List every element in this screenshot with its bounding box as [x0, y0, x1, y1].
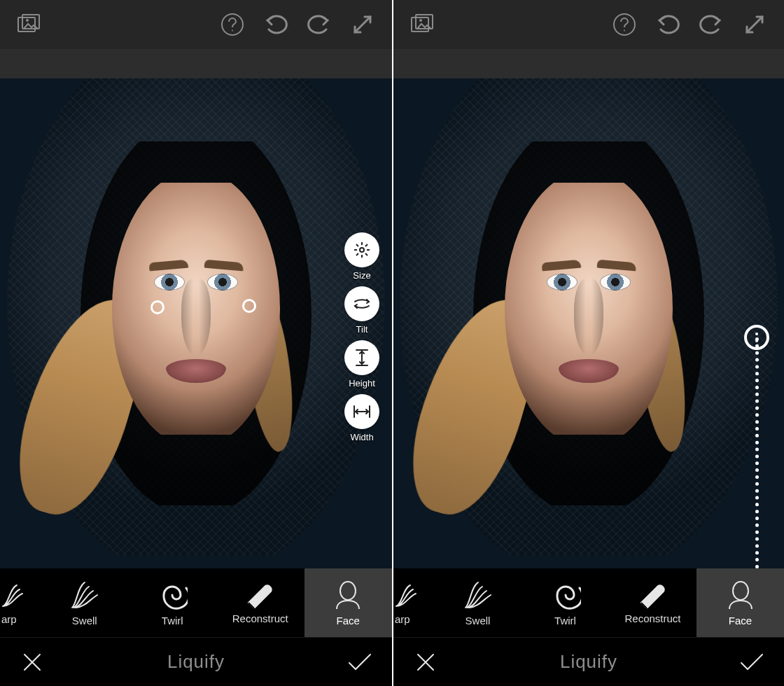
fullscreen-button[interactable] — [739, 9, 770, 40]
undo-button[interactable] — [652, 9, 683, 40]
redo-button[interactable] — [304, 9, 335, 40]
portrait-image — [393, 78, 784, 568]
face-tool-label: Height — [349, 378, 375, 388]
undo-button[interactable] — [260, 9, 291, 40]
tool-label: arp — [1, 613, 17, 625]
width-icon — [344, 394, 379, 429]
gallery-button[interactable] — [407, 9, 438, 40]
tool-face[interactable]: Face — [304, 568, 393, 637]
tool-label: Twirl — [554, 615, 576, 626]
face-tool-height[interactable]: Height — [344, 340, 379, 388]
face-tool-size[interactable]: Size — [344, 232, 379, 281]
portrait-image — [0, 78, 392, 568]
svg-point-16 — [614, 14, 635, 35]
accept-button[interactable] — [736, 647, 767, 678]
tool-label: Swell — [465, 615, 491, 626]
tool-warp[interactable]: arp — [0, 568, 41, 637]
svg-point-2 — [26, 19, 29, 22]
svg-point-4 — [232, 30, 233, 31]
tool-swell[interactable]: Swell — [41, 568, 129, 637]
cancel-button[interactable] — [17, 647, 48, 678]
tool-label: Reconstruct — [232, 612, 288, 624]
svg-point-17 — [624, 30, 625, 31]
tilt-icon — [344, 286, 379, 321]
screen-left: Size Tilt Height — [0, 0, 392, 686]
eye-marker-right[interactable] — [242, 299, 256, 313]
tool-twirl[interactable]: Twirl — [129, 568, 217, 637]
tool-label: Face — [729, 615, 752, 626]
help-button[interactable] — [609, 9, 640, 40]
mode-title: Liquify — [167, 651, 225, 673]
redo-button[interactable] — [696, 9, 727, 40]
face-tool-tilt[interactable]: Tilt — [344, 286, 379, 335]
tool-swell[interactable]: Swell — [434, 568, 522, 637]
tool-label: Face — [337, 615, 360, 626]
size-icon — [344, 232, 379, 267]
face-tool-label: Tilt — [356, 324, 368, 335]
confirm-bar: Liquify — [393, 637, 784, 686]
tool-reconstruct[interactable]: Reconstruct — [216, 568, 304, 637]
tool-label: arp — [395, 613, 410, 625]
tool-twirl[interactable]: Twirl — [522, 568, 609, 637]
adjust-slider-handle[interactable] — [744, 325, 769, 350]
tool-label: Reconstruct — [624, 612, 680, 624]
help-button[interactable] — [217, 9, 248, 40]
accept-button[interactable] — [344, 647, 375, 678]
confirm-bar: Liquify — [0, 637, 392, 686]
liquify-tool-row: arp Swell Twirl Reconstruct Face — [393, 568, 784, 637]
face-tools-panel: Size Tilt Height — [344, 232, 379, 442]
tool-face[interactable]: Face — [696, 568, 784, 637]
gallery-button[interactable] — [14, 9, 45, 40]
svg-point-5 — [360, 248, 364, 252]
top-toolbar — [393, 0, 784, 49]
cancel-button[interactable] — [410, 647, 441, 678]
svg-point-15 — [419, 19, 422, 22]
image-canvas[interactable] — [393, 78, 784, 568]
liquify-tool-row: arp Swell Twirl Reconstruct Face — [0, 568, 392, 637]
tool-label: Swell — [72, 615, 97, 626]
top-toolbar — [0, 0, 392, 49]
adjust-slider-track[interactable] — [755, 337, 759, 568]
svg-point-3 — [222, 14, 243, 35]
sub-toolbar — [0, 49, 392, 78]
svg-point-12 — [340, 582, 356, 600]
tool-warp[interactable]: arp — [393, 568, 434, 637]
fullscreen-button[interactable] — [347, 9, 378, 40]
eye-marker-left[interactable] — [150, 300, 164, 314]
height-icon — [344, 340, 379, 375]
face-tool-width[interactable]: Width — [344, 394, 379, 442]
face-tool-label: Size — [353, 270, 370, 281]
sub-toolbar — [393, 49, 784, 78]
face-tool-label: Width — [350, 432, 373, 442]
tool-reconstruct[interactable]: Reconstruct — [609, 568, 696, 637]
mode-title: Liquify — [560, 651, 617, 673]
image-canvas[interactable]: Size Tilt Height — [0, 78, 392, 568]
tool-label: Twirl — [162, 615, 183, 626]
svg-point-18 — [733, 582, 748, 600]
screen-right: arp Swell Twirl Reconstruct Face — [392, 0, 784, 686]
